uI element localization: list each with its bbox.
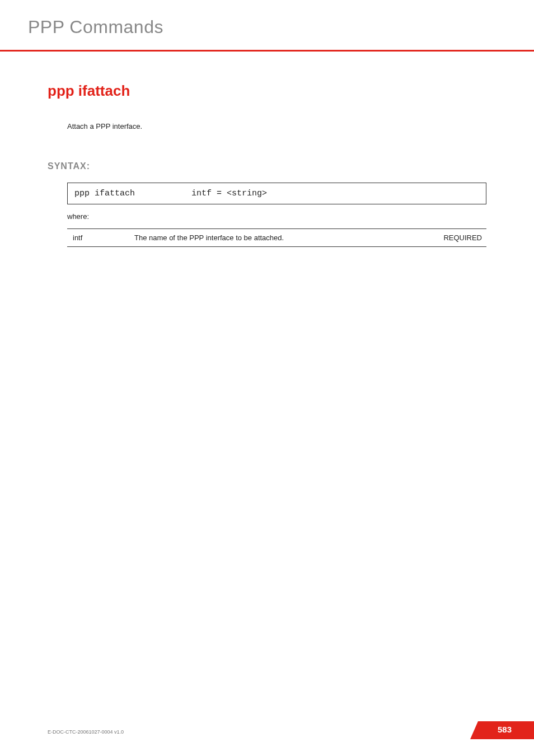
syntax-command: ppp ifattach bbox=[74, 189, 186, 198]
param-row: intf The name of the PPP interface to be… bbox=[67, 229, 486, 246]
param-name: intf bbox=[73, 234, 134, 242]
param-table: intf The name of the PPP interface to be… bbox=[67, 228, 486, 247]
where-label: where: bbox=[67, 212, 486, 221]
page-number: 583 bbox=[498, 725, 512, 734]
syntax-box: ppp ifattach intf = <string> bbox=[67, 183, 486, 204]
page-number-tab: 583 bbox=[478, 721, 534, 739]
param-required: REQUIRED bbox=[430, 234, 486, 242]
param-desc: The name of the PPP interface to be atta… bbox=[134, 234, 430, 242]
syntax-label: SYNTAX: bbox=[48, 161, 486, 171]
syntax-args: intf = <string> bbox=[191, 189, 267, 198]
page-header-title: PPP Commands bbox=[28, 17, 486, 38]
command-heading: ppp ifattach bbox=[48, 82, 486, 100]
footer-docid: E-DOC-CTC-20061027-0004 v1.0 bbox=[48, 729, 124, 735]
command-description: Attach a PPP interface. bbox=[67, 122, 486, 130]
